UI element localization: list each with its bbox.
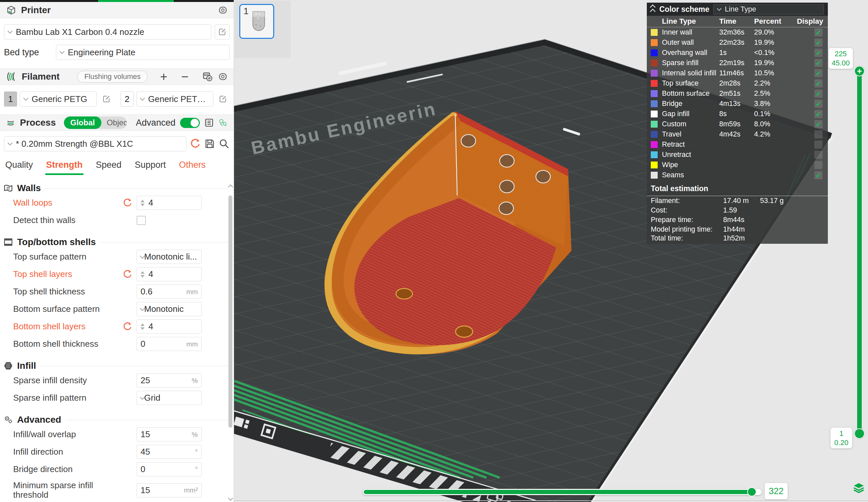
wall-loops-spinner[interactable]: 4 — [137, 196, 202, 210]
line-type-name: Outer wall — [662, 39, 719, 47]
display-checkbox[interactable]: ✓ — [814, 69, 823, 77]
window-top-strip — [0, 0, 234, 2]
reset-value-icon[interactable] — [122, 270, 132, 279]
top-shell-layers-spinner[interactable]: 4 — [137, 267, 202, 281]
col-display: Display — [797, 17, 823, 26]
flushing-volumes-button[interactable]: Flushing volumes — [78, 71, 147, 83]
spinner-arrows[interactable] — [141, 271, 145, 278]
scope-objects[interactable]: Objects — [101, 116, 127, 129]
search-icon[interactable] — [219, 138, 230, 149]
layers-stack-icon[interactable] — [852, 481, 865, 494]
top-surface-pattern-select[interactable]: Monotonic li... — [137, 250, 202, 264]
add-filament-button[interactable]: + — [158, 70, 169, 83]
bottom-shell-thickness-row: Bottom shell thickness 0 mm — [0, 335, 234, 353]
display-checkbox[interactable]: ✓ — [814, 28, 823, 36]
detect-thin-walls-checkbox[interactable] — [137, 216, 146, 225]
color-swatch — [651, 131, 658, 138]
tab-others[interactable]: Others — [179, 160, 206, 175]
sparse-infill-density-input[interactable]: 25 % — [137, 373, 202, 388]
display-checkbox[interactable]: ✓ — [814, 120, 823, 128]
line-type-percent: 2.2% — [754, 79, 797, 87]
process-preset-select[interactable]: * 0.20mm Strength @BBL X1C — [4, 136, 186, 151]
reset-value-icon[interactable] — [122, 198, 132, 208]
color-scheme-select[interactable]: Line Type — [713, 4, 824, 14]
printer-preset-select[interactable]: Bambu Lab X1 Carbon 0.4 nozzle — [4, 24, 211, 40]
advanced-toggle[interactable] — [180, 118, 200, 128]
sparse-infill-pattern-select[interactable]: Grid — [137, 391, 202, 405]
bridge-direction-input[interactable]: 0 ° — [137, 462, 202, 476]
bottom-shell-layers-spinner[interactable]: 4 — [137, 320, 202, 334]
top-shell-thickness-input[interactable]: 0.6 mm — [137, 284, 202, 299]
edit-printer-preset-button[interactable] — [215, 24, 230, 40]
infill-direction-input[interactable]: 45 ° — [137, 445, 202, 459]
bottom-shell-thickness-input[interactable]: 0 mm — [137, 337, 202, 351]
search-settings-icon[interactable] — [218, 117, 228, 128]
min-sparse-infill-threshold-input[interactable]: 15 mm² — [137, 483, 202, 498]
reset-value-icon[interactable] — [122, 322, 132, 332]
top-surface-pattern-row: Top surface pattern Monotonic li... — [0, 248, 234, 265]
filament-slot-1-index[interactable]: 1 — [4, 92, 17, 107]
display-checkbox[interactable]: ✓ — [814, 110, 823, 118]
edit-filament-2-button[interactable] — [216, 92, 230, 106]
scrollbar-thumb[interactable] — [228, 196, 232, 428]
bottom-surface-pattern-select[interactable]: Monotonic — [137, 302, 202, 316]
chevron-down-icon — [60, 49, 65, 54]
layer-slider-bottom-handle[interactable] — [854, 428, 865, 439]
display-checkbox[interactable]: ✓ — [814, 49, 823, 57]
wall-loops-value: 4 — [148, 198, 153, 208]
bottom-shell-layers-row: Bottom shell layers 4 — [0, 318, 234, 335]
line-type-row: Internal solid infill11m46s10.5%✓ — [647, 68, 828, 78]
display-checkbox[interactable] — [814, 140, 823, 149]
line-type-name: Overhang wall — [662, 49, 719, 57]
parameter-list-icon[interactable] — [204, 117, 214, 128]
collapse-panel-icon[interactable] — [651, 5, 655, 13]
scroll-up-icon[interactable] — [228, 185, 234, 190]
display-checkbox[interactable]: ✓ — [814, 59, 823, 67]
display-checkbox[interactable]: ✓ — [814, 171, 823, 179]
filament-1-select[interactable]: Generic PETG — [20, 92, 97, 107]
save-preset-icon[interactable] — [204, 138, 215, 149]
filament-settings-gear-icon[interactable] — [218, 72, 228, 82]
line-type-row: Top surface2m28s2.2%✓ — [647, 78, 828, 88]
bed-type-select[interactable]: Engineering Plate — [56, 45, 230, 60]
layer-slider-track[interactable] — [857, 71, 862, 434]
scroll-down-icon[interactable] — [228, 496, 234, 501]
line-type-name: Top surface — [662, 79, 719, 87]
filament-slot-2-index[interactable]: 2 — [121, 92, 134, 107]
tab-support[interactable]: Support — [135, 160, 166, 175]
process-scope-toggle[interactable]: Global Objects — [64, 116, 127, 129]
scope-global[interactable]: Global — [64, 116, 102, 129]
plate-thumbnail-1[interactable]: 1 — [239, 4, 274, 39]
reset-preset-icon[interactable] — [189, 138, 201, 149]
color-swatch — [651, 29, 658, 36]
display-checkbox[interactable] — [814, 130, 823, 138]
tab-speed[interactable]: Speed — [96, 160, 122, 175]
display-checkbox[interactable]: ✓ — [814, 39, 823, 47]
sidebar-scrollbar[interactable] — [228, 184, 233, 502]
layer-slider-top-handle[interactable]: + — [854, 66, 865, 76]
spinner-arrows[interactable] — [141, 200, 145, 206]
print-move-slider-handle[interactable] — [747, 487, 756, 496]
wall-loops-row: Wall loops 4 — [0, 194, 234, 211]
line-type-time: 8s — [719, 110, 754, 118]
remove-filament-button[interactable]: − — [179, 70, 190, 83]
prepare-time-label: Prepare time: — [651, 216, 723, 224]
display-checkbox[interactable]: ✓ — [814, 100, 823, 108]
printer-settings-gear-icon[interactable] — [218, 5, 228, 15]
tab-strength[interactable]: Strength — [46, 160, 83, 175]
display-checkbox[interactable]: ✓ — [814, 79, 823, 87]
display-checkbox[interactable]: ✓ — [814, 90, 823, 98]
tab-quality[interactable]: Quality — [5, 160, 33, 175]
spinner-arrows[interactable] — [141, 323, 145, 330]
print-move-slider-track[interactable] — [363, 489, 762, 495]
infill-wall-overlap-input[interactable]: 15 % — [137, 427, 202, 441]
edit-filament-1-button[interactable] — [100, 92, 113, 106]
display-checkbox[interactable] — [814, 161, 823, 169]
process-tab-bar: Quality Strength Speed Support Others — [0, 151, 234, 175]
sparse-infill-density-label: Sparse infill density — [13, 376, 87, 385]
filament-2-select[interactable]: Generic PETG - Ge... — [136, 92, 213, 107]
ams-filament-sync-icon[interactable] — [202, 71, 213, 82]
color-swatch — [651, 141, 658, 148]
preview-3d-viewport[interactable]: Bambu Engineerin — [234, 0, 868, 502]
display-checkbox[interactable] — [814, 151, 823, 159]
